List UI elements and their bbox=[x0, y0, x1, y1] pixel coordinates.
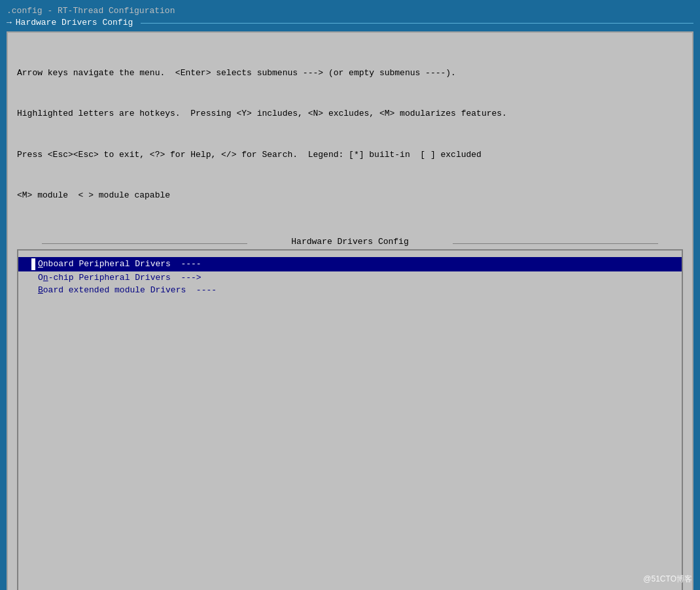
help-line4: <M> module < > module capable bbox=[17, 189, 683, 203]
menu-box: Onboard Peripheral Drivers ---- On-chip … bbox=[17, 249, 683, 590]
config-title: .config - RT-Thread Configuration bbox=[7, 5, 693, 17]
watermark: @51CTO博客 bbox=[643, 574, 692, 585]
breadcrumb-arrow: → bbox=[7, 17, 12, 29]
menu-item-board-label: Board extended module Drivers ---- bbox=[38, 285, 217, 295]
help-line1: Arrow keys navigate the menu. <Enter> se… bbox=[17, 67, 683, 80]
menu-title: Hardware Drivers Config bbox=[8, 235, 692, 249]
menu-item-board[interactable]: Board extended module Drivers ---- bbox=[18, 284, 682, 296]
board-hotkey: B bbox=[38, 285, 43, 295]
menu-item-onchip[interactable]: On-chip Peripheral Drivers ---> bbox=[18, 271, 682, 284]
onboard-hotkey: O bbox=[38, 259, 43, 269]
help-line3: Press <Esc><Esc> to exit, <?> for Help, … bbox=[17, 148, 683, 162]
breadcrumb-label: Hardware Drivers Config bbox=[16, 17, 133, 29]
menu-item-onboard[interactable]: Onboard Peripheral Drivers ---- bbox=[18, 257, 682, 271]
help-line2: Highlighted letters are hotkeys. Pressin… bbox=[17, 107, 683, 121]
menu-item-onboard-label: Onboard Peripheral Drivers ---- bbox=[38, 259, 201, 269]
main-container: Arrow keys navigate the menu. <Enter> se… bbox=[7, 31, 693, 590]
help-text-area: Arrow keys navigate the menu. <Enter> se… bbox=[8, 33, 692, 235]
selection-indicator bbox=[31, 258, 35, 270]
menu-item-onchip-label: On-chip Peripheral Drivers ---> bbox=[38, 273, 201, 283]
onchip-hotkey: n bbox=[43, 273, 48, 283]
